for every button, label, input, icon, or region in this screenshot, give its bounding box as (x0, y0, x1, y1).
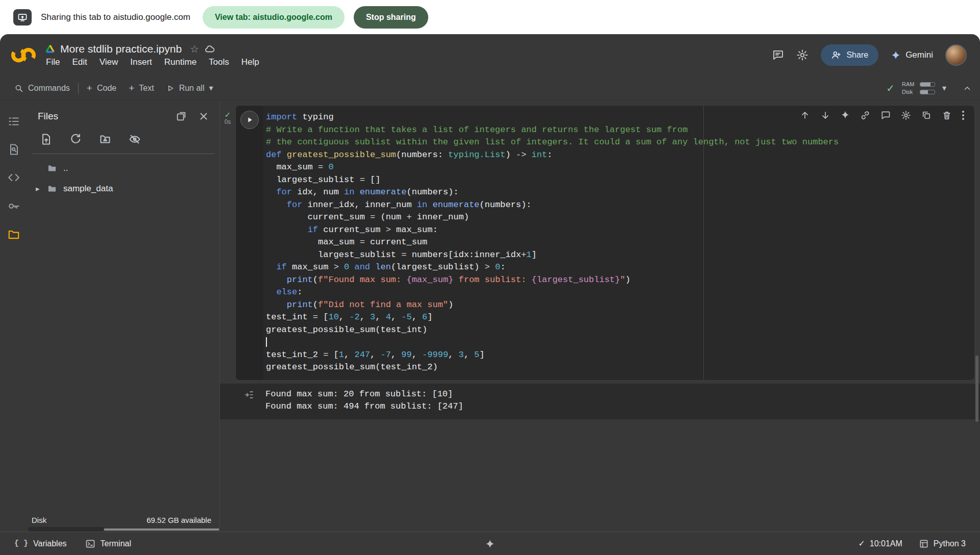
app-body: Files (0, 100, 980, 532)
cell-toolbar (800, 110, 964, 120)
code-token (266, 200, 287, 210)
code-line[interactable]: current_sum = (num + inner_num) (266, 211, 974, 224)
tree-item-parent-dir[interactable]: .. (28, 158, 219, 179)
code-token: ] (531, 250, 536, 260)
sidebar-tab-snippets[interactable] (7, 171, 20, 184)
move-cell-down-icon[interactable] (820, 110, 830, 120)
notebook-scrollbar-thumb[interactable] (975, 356, 978, 422)
code-line[interactable]: greatest_possible_sum(test_int_2) (266, 361, 974, 374)
close-icon[interactable] (198, 111, 209, 122)
more-options-icon[interactable] (962, 110, 964, 120)
code-line[interactable]: if max_sum > 0 and len(largest_sublist) … (266, 261, 974, 274)
sidebar-tab-toc[interactable] (7, 115, 20, 128)
code-cell: import typing# Write a function that tak… (235, 105, 975, 381)
terminal-icon (85, 539, 95, 549)
output-icon[interactable] (235, 388, 263, 413)
last-executed-status: ✓ 10:01AM (858, 539, 902, 548)
code-line[interactable]: if current_sum > max_sum: (266, 224, 974, 237)
code-token: inner_idx, inner_num (302, 200, 416, 210)
sidebar-tab-secrets[interactable] (7, 199, 20, 213)
code-line[interactable]: print(f"Did not find a max sum") (266, 299, 974, 312)
tree-item-sample-data[interactable]: ▸ sample_data (28, 179, 219, 199)
code-line[interactable]: largest_sublist = numbers[idx:inner_idx+… (266, 249, 974, 262)
open-in-window-icon[interactable] (176, 111, 187, 122)
run-all-button[interactable]: Run all ▾ (160, 83, 219, 93)
code-line[interactable]: greatest_possible_sum(test_int) (266, 324, 974, 337)
terminal-button[interactable]: Terminal (85, 539, 131, 549)
run-cell-button[interactable] (240, 111, 259, 129)
move-cell-up-icon[interactable] (800, 110, 810, 120)
code-line[interactable]: # Write a function that takes a list of … (266, 124, 974, 137)
chevron-down-icon[interactable]: ▾ (209, 83, 213, 93)
colab-logo-icon[interactable] (9, 46, 38, 64)
files-scrollbar-thumb[interactable] (28, 527, 104, 532)
gemini-button[interactable]: Gemini (891, 50, 933, 60)
delete-cell-icon[interactable] (942, 110, 952, 120)
code-token: largest_sublist (266, 250, 401, 260)
code-token (526, 150, 531, 160)
code-token: greatest_possible_sum (287, 150, 396, 160)
files-panel: Files (28, 100, 220, 532)
chevron-right-icon[interactable]: ▸ (36, 184, 47, 193)
notebook-toolbar: Commands + Code + Text Run all ▾ ✓ (0, 76, 980, 100)
code-line[interactable]: # the contiguous sublist within the give… (266, 136, 974, 149)
menu-edit[interactable]: Edit (72, 57, 87, 67)
cell-gutter (236, 106, 263, 380)
menu-view[interactable]: View (100, 57, 118, 67)
code-line[interactable]: max_sum = 0 (266, 161, 974, 174)
kernel-selector[interactable]: Python 3 (919, 539, 966, 549)
menu-help[interactable]: Help (241, 57, 259, 67)
code-line[interactable]: print(f"Found max sum: {max_sum} from su… (266, 274, 974, 287)
menu-bar: File Edit View Insert Runtime Tools Help (45, 57, 259, 67)
code-token: , (412, 350, 422, 360)
settings-gear-icon[interactable] (796, 49, 808, 61)
upload-file-icon[interactable] (40, 133, 52, 145)
code-token: , (339, 312, 349, 322)
view-tab-button[interactable]: View tab: aistudio.google.com (203, 6, 345, 29)
mirror-cell-icon[interactable] (921, 110, 932, 120)
mount-drive-icon[interactable] (99, 133, 111, 145)
header-actions: Share Gemini (772, 44, 967, 66)
sidebar-tab-files[interactable] (7, 228, 20, 241)
code-token: -9999 (422, 350, 448, 360)
code-line[interactable]: test_int = [10, -2, 3, 4, -5, 6] (266, 311, 974, 324)
share-button[interactable]: Share (821, 44, 878, 66)
comment-cell-icon[interactable] (880, 110, 891, 120)
code-line[interactable]: for idx, num in enumerate(numbers): (266, 186, 974, 199)
gemini-cell-icon[interactable] (841, 110, 850, 120)
code-line[interactable]: largest_sublist = [] (266, 174, 974, 187)
code-line[interactable]: else: (266, 286, 974, 299)
output-line: Found max sum: 494 from sublist: [247] (265, 400, 463, 413)
chevron-down-icon[interactable]: ▾ (942, 83, 946, 93)
resource-usage[interactable]: RAM Disk (902, 81, 935, 95)
code-line[interactable]: def greatest_possible_sum(numbers: typin… (266, 149, 974, 162)
spark-icon[interactable] (485, 539, 495, 549)
code-line[interactable]: max_sum = current_sum (266, 236, 974, 249)
ram-gauge (920, 82, 935, 87)
user-avatar[interactable] (945, 44, 967, 66)
add-text-button[interactable]: + Text (122, 83, 160, 94)
cell-settings-icon[interactable] (901, 110, 911, 120)
comments-icon[interactable] (772, 49, 784, 61)
cell-output: Found max sum: 20 from sublist: [10] Fou… (220, 384, 980, 419)
code-line[interactable]: for inner_idx, inner_num in enumerate(nu… (266, 199, 974, 212)
link-cell-icon[interactable] (860, 110, 870, 120)
code-token: = (360, 175, 365, 185)
add-code-button[interactable]: + Code (81, 83, 122, 94)
menu-runtime[interactable]: Runtime (164, 57, 197, 67)
commands-button[interactable]: Commands (8, 84, 76, 93)
refresh-icon[interactable] (69, 133, 82, 145)
stop-sharing-button[interactable]: Stop sharing (354, 6, 428, 29)
hidden-files-icon[interactable] (129, 133, 141, 145)
notebook-title[interactable]: More stdlib practice.ipynb (60, 43, 182, 55)
star-icon[interactable]: ☆ (190, 43, 199, 55)
collapse-toolbar-icon[interactable] (963, 84, 972, 93)
sidebar-tab-find[interactable] (8, 143, 20, 156)
menu-insert[interactable]: Insert (130, 57, 152, 67)
menu-file[interactable]: File (46, 57, 60, 67)
code-editor[interactable]: import typing# Write a function that tak… (263, 106, 974, 380)
variables-button[interactable]: { } Variables (14, 539, 67, 548)
menu-tools[interactable]: Tools (209, 57, 229, 67)
code-line[interactable] (266, 336, 974, 349)
code-line[interactable]: test_int_2 = [1, 247, -7, 99, -9999, 3, … (266, 349, 974, 362)
